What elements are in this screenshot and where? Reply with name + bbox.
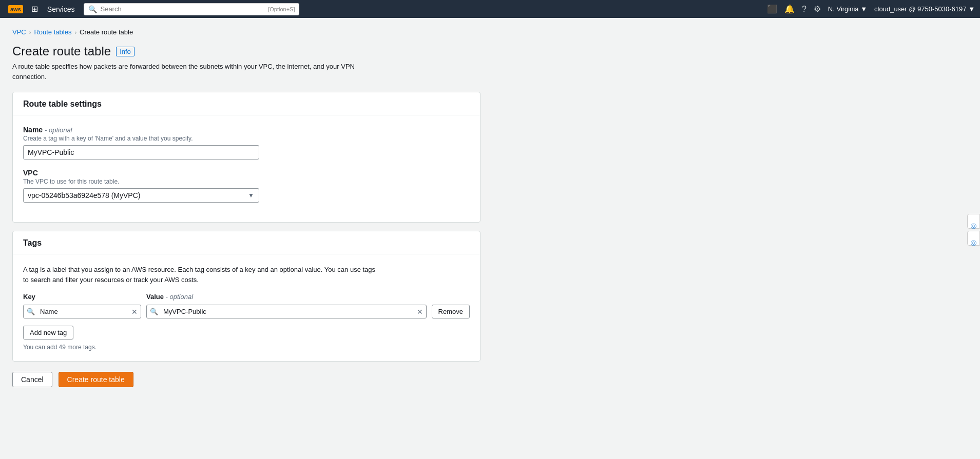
help-icon[interactable]: ? <box>802 5 806 14</box>
search-icon: 🔍 <box>88 5 97 13</box>
breadcrumb-sep-2: › <box>74 29 76 35</box>
region-selector[interactable]: N. Virginia ▼ <box>828 5 867 13</box>
feedback-btn-1[interactable]: ⓪ <box>967 214 980 229</box>
tag-key-input[interactable] <box>38 305 128 318</box>
name-field: Name - optional Create a tag with a key … <box>23 126 470 159</box>
tag-value-input[interactable] <box>161 305 414 318</box>
tags-description: A tag is a label that you assign to an A… <box>23 265 382 285</box>
cancel-button[interactable]: Cancel <box>12 372 52 387</box>
tags-card-body: A tag is a label that you assign to an A… <box>13 254 480 361</box>
user-menu[interactable]: cloud_user @ 9750-5030-6197 ▼ <box>874 5 975 13</box>
breadcrumb: VPC › Route tables › Create route table <box>12 28 481 36</box>
tags-limit-text: You can add 49 more tags. <box>23 344 470 351</box>
settings-card-header: Route table settings <box>13 92 480 115</box>
terminal-icon[interactable]: ⬛ <box>767 4 777 14</box>
side-feedback: ⓪ ⓪ <box>967 214 980 246</box>
grid-icon[interactable]: ⊞ <box>31 4 38 14</box>
remove-tag-btn[interactable]: Remove <box>432 305 470 318</box>
tags-card-header: Tags <box>13 231 480 254</box>
tag-key-clear-btn[interactable]: ✕ <box>128 308 141 316</box>
search-input[interactable] <box>100 5 265 13</box>
tag-key-wrapper: 🔍 ✕ <box>23 305 141 318</box>
gear-icon[interactable]: ⚙ <box>814 4 821 14</box>
breadcrumb-route-tables[interactable]: Route tables <box>34 28 71 36</box>
breadcrumb-sep-1: › <box>29 29 31 35</box>
page-title-row: Create route table Info <box>12 44 481 58</box>
key-col-label: Key <box>23 293 141 301</box>
breadcrumb-vpc[interactable]: VPC <box>12 28 26 36</box>
vpc-label: VPC <box>23 169 470 177</box>
settings-card-title: Route table settings <box>23 99 102 108</box>
vpc-select[interactable]: vpc-05246b53a6924e578 (MyVPC) <box>23 188 259 203</box>
bell-icon[interactable]: 🔔 <box>784 4 795 14</box>
name-desc: Create a tag with a key of 'Name' and a … <box>23 135 470 142</box>
info-link[interactable]: Info <box>116 47 134 56</box>
main-content: VPC › Route tables › Create route table … <box>0 18 493 397</box>
vpc-field: VPC The VPC to use for this route table.… <box>23 169 470 203</box>
page-description: A route table specifies how packets are … <box>12 62 372 82</box>
services-nav[interactable]: Services <box>43 3 79 15</box>
search-bar: 🔍 [Option+S] <box>84 3 299 15</box>
vpc-desc: The VPC to use for this route table. <box>23 178 470 185</box>
aws-logo[interactable]: aws <box>5 5 26 13</box>
create-route-table-button[interactable]: Create route table <box>59 372 133 387</box>
tags-card-title: Tags <box>23 238 42 247</box>
breadcrumb-current: Create route table <box>80 28 133 36</box>
vpc-select-wrapper: vpc-05246b53a6924e578 (MyVPC) ▼ <box>23 188 259 203</box>
aws-logo-box: aws <box>8 5 23 13</box>
settings-card-body: Name - optional Create a tag with a key … <box>13 115 480 222</box>
name-input[interactable] <box>23 145 259 159</box>
tag-key-search-icon: 🔍 <box>24 308 38 315</box>
tag-value-wrapper: 🔍 ✕ <box>146 305 427 318</box>
action-row: Cancel Create route table <box>12 372 481 387</box>
page-title: Create route table <box>12 44 111 58</box>
name-label: Name - optional <box>23 126 470 134</box>
feedback-btn-2[interactable]: ⓪ <box>967 231 980 246</box>
tag-value-clear-btn[interactable]: ✕ <box>414 308 426 316</box>
top-nav: aws ⊞ Services 🔍 [Option+S] ⬛ 🔔 ? ⚙ N. V… <box>0 0 980 18</box>
tag-row: 🔍 ✕ 🔍 ✕ Remove <box>23 305 470 318</box>
search-shortcut: [Option+S] <box>268 6 295 12</box>
tags-table-header: Key Value - optional <box>23 293 470 301</box>
add-new-tag-btn[interactable]: Add new tag <box>23 326 73 340</box>
nav-right: ⬛ 🔔 ? ⚙ N. Virginia ▼ cloud_user @ 9750-… <box>767 4 975 14</box>
settings-card: Route table settings Name - optional Cre… <box>12 92 481 223</box>
tag-value-search-icon: 🔍 <box>147 308 161 315</box>
value-col-label: Value - optional <box>146 293 465 301</box>
tags-card: Tags A tag is a label that you assign to… <box>12 231 481 362</box>
